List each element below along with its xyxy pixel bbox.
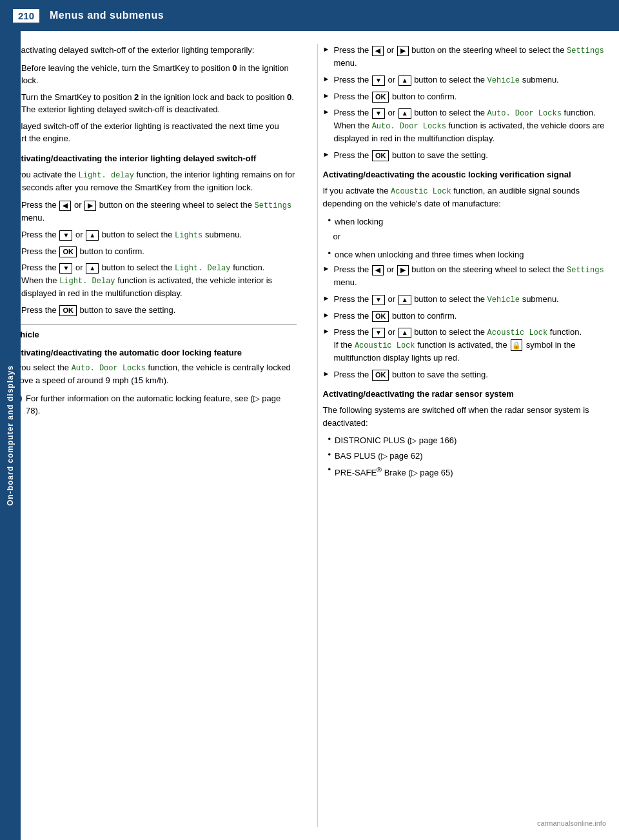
watermark: carmanualsonline.info [537,819,606,827]
radar-sensor-heading: Activating/deactivating the radar sensor… [323,388,609,400]
auto-door-code-3: Auto. Door Locks [372,122,446,131]
dot-presafe: • PRE-SAFE® Brake (▷ page 65) [323,465,609,479]
page-wrapper: 210 Menus and submenus On-board computer… [0,0,619,840]
bullet-ok-save-2: ► Press the OK button to save the settin… [323,149,609,162]
btn-ok-3: OK [372,92,389,103]
lights-code: Lights [175,231,202,240]
bullet-press-ud-autodoor-text: Press the ▼ or ▲ button to select the Au… [333,106,609,145]
btn-left-3: ◀ [372,265,384,275]
dot-bas-plus-text: BAS PLUS (▷ page 62) [335,450,609,463]
bullet-ok-save-3: ► Press the OK button to save the settin… [323,368,609,381]
btn-up-5: ▲ [398,295,411,305]
auto-door-heading: Activating/deactivating the automatic do… [10,346,297,359]
dot-distronic: • DISTRONIC PLUS (▷ page 166) [323,434,609,447]
bullet-press-ud-vehicle-1-text: Press the ▼ or ▲ button to select the Ve… [333,74,609,86]
arrow-icon-11: ► [323,108,330,115]
bullet-press-lr-2-text: Press the ◀ or ▶ button on the steering … [333,44,609,70]
lock-icon: 🔒 [511,339,522,351]
left-column: Deactivating delayed switch-off of the e… [10,44,302,827]
bullet-press-ud-lightdelay: ► Press the ▼ or ▲ button to select the … [10,261,297,300]
btn-ok-5: OK [372,311,389,322]
arrow-icon-10: ► [323,92,330,99]
acoustic-lock-code-3: Acoustic Lock [355,341,415,350]
light-delay-code-2: Light. Delay [175,264,230,273]
arrow-icon-14: ► [323,294,330,302]
bullet-press-ud-lightdelay-text: Press the ▼ or ▲ button to select the Li… [21,261,297,300]
dot-bas-plus: • BAS PLUS (▷ page 62) [323,450,609,463]
arrow-icon-13: ► [323,265,330,272]
vehicle-code-2: Vehicle [487,295,520,305]
btn-right-3: ▶ [397,265,409,275]
btn-ok-4: OK [372,150,389,161]
bullet-press-ud-autodoor: ► Press the ▼ or ▲ button to select the … [323,106,609,145]
light-delay-code: Light. delay [79,171,134,180]
settings-code-2: Settings [567,46,604,55]
bullet-ok-confirm-3: ► Press the OK button to confirm. [323,310,609,323]
arrow-icon-16: ► [323,327,330,335]
deactivating-intro: Deactivating delayed switch-off of the e… [10,44,297,57]
btn-down-2: ▼ [59,263,72,274]
bullet-press-ud-lights: ► Press the ▼ or ▲ button to select the … [10,228,297,241]
bullet-ok-confirm-3-text: Press the OK button to confirm. [333,310,609,323]
arrow-icon-15: ► [323,311,330,319]
btn-down-5: ▼ [372,295,385,305]
bullet-ok-confirm-1-text: Press the OK button to confirm. [21,245,297,258]
delayed-note: Delayed switch-off of the exterior light… [10,120,297,145]
interior-lighting-heading: Activating/deactivating the interior lig… [10,153,297,165]
bullet-ok-confirm-2: ► Press the OK button to confirm. [323,90,609,103]
btn-ok-1: OK [59,246,77,257]
light-delay-code-3: Light. Delay [59,277,115,286]
bullet-press-ud-lights-text: Press the ▼ or ▲ button to select the Li… [21,228,297,241]
btn-left-2: ◀ [372,46,384,56]
bullet-ok-confirm-2-text: Press the OK button to confirm. [333,90,609,103]
arrow-icon-12: ► [323,150,330,158]
bullet-ok-save-3-text: Press the OK button to save the setting. [333,368,609,381]
dot-icon-2: • [328,248,331,258]
btn-up-1: ▲ [86,230,99,241]
acoustic-locking-heading: Activating/deactivating the acoustic loc… [323,169,609,181]
bullet-press-lr-3: ► Press the ◀ or ▶ button on the steerin… [323,263,609,289]
btn-down-1: ▼ [59,230,72,241]
arrow-icon-8: ► [323,45,330,53]
settings-code-1: Settings [255,201,292,210]
btn-ok-2: OK [59,305,77,316]
dot-presafe-text: PRE-SAFE® Brake (▷ page 65) [335,465,609,479]
radar-intro: The following systems are switched off w… [323,404,609,429]
bullet-press-ud-vehicle-2-text: Press the ▼ or ▲ button to select the Ve… [333,293,609,306]
dot-icon-1: • [328,215,331,225]
btn-ok-6: OK [372,370,389,381]
btn-up-3: ▲ [398,75,411,86]
info-item-door: i For further information on the automat… [10,392,297,417]
arrow-icon-17: ► [323,370,330,377]
bullet-before-leaving: ► Before leaving the vehicle, turn the S… [10,62,297,87]
dot-when-locking: • when locking [323,215,609,228]
dot-once-when-text: once when unlocking and three times when… [335,248,609,261]
acoustic-lock-code: Acoustic Lock [391,187,451,196]
dot-distronic-text: DISTRONIC PLUS (▷ page 166) [335,434,609,447]
auto-door-code-2: Auto. Door Locks [487,109,562,118]
bullet-turn-smartkey-text: Turn the SmartKey to position 2 in the i… [21,91,297,116]
bullet-press-lr-1-text: Press the ◀ or ▶ button on the steering … [21,199,297,225]
or-text: or [323,230,609,243]
right-column: ► Press the ◀ or ▶ button on the steerin… [317,44,609,827]
auto-door-locks-code: Auto. Door Locks [72,364,146,373]
dot-icon-3: • [328,434,331,444]
bullet-press-lr-2: ► Press the ◀ or ▶ button on the steerin… [323,44,609,70]
btn-down-6: ▼ [372,328,385,338]
bullet-ok-save-2-text: Press the OK button to save the setting. [333,149,609,162]
page-title: Menus and submenus [50,10,164,21]
main-content: Deactivating delayed switch-off of the e… [0,31,619,840]
btn-up-6: ▲ [398,328,411,338]
bullet-press-lr-3-text: Press the ◀ or ▶ button on the steering … [333,263,609,289]
bullet-ok-save-1: ► Press the OK button to save the settin… [10,304,297,317]
vehicle-code-1: Vehicle [487,76,520,85]
side-tab: On-board computer and displays [0,31,21,840]
header-bar: 210 Menus and submenus [0,0,619,31]
page-number: 210 [13,9,39,23]
bullet-press-ud-acoustic: ► Press the ▼ or ▲ button to select the … [323,326,609,365]
bullet-press-ud-vehicle-1: ► Press the ▼ or ▲ button to select the … [323,74,609,86]
dot-once-when: • once when unlocking and three times wh… [323,248,609,261]
settings-code-3: Settings [567,266,604,275]
btn-down-3: ▼ [372,75,385,86]
bullet-press-ud-vehicle-2: ► Press the ▼ or ▲ button to select the … [323,293,609,306]
